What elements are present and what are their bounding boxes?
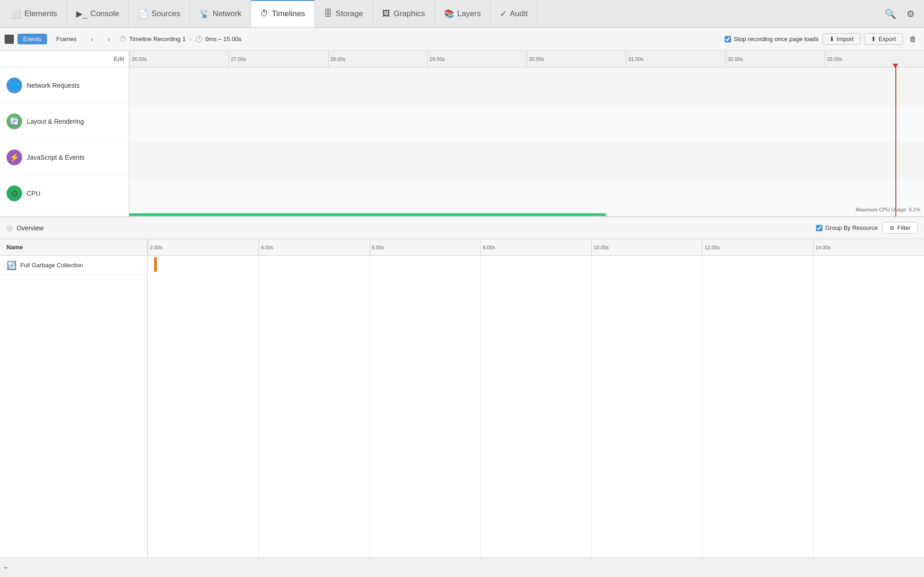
track-cpu[interactable]: ⊙ CPU bbox=[0, 175, 129, 211]
tab-timelines[interactable]: ⏱ Timelines bbox=[251, 0, 315, 27]
import-button[interactable]: ⬇ Import bbox=[822, 33, 861, 45]
overview-content bbox=[148, 256, 924, 558]
ov-grid-4 bbox=[702, 256, 702, 558]
tab-sources[interactable]: 📄 Sources bbox=[129, 0, 190, 27]
edit-button[interactable]: Edit bbox=[0, 51, 129, 67]
recording-label: ⏱ Timeline Recording 1 bbox=[119, 35, 186, 43]
tab-layers-label: Layers bbox=[457, 9, 481, 18]
filter-icon: ⊜ bbox=[889, 224, 894, 231]
ov-grid-2 bbox=[480, 256, 481, 558]
tab-storage-label: Storage bbox=[336, 9, 363, 18]
bottom-bar: › bbox=[0, 558, 924, 577]
network-requests-label: Network Requests bbox=[27, 82, 79, 89]
settings-icon[interactable]: ⚙ bbox=[904, 6, 918, 22]
audit-icon: ✓ bbox=[500, 9, 507, 19]
overview-label-text: Overview bbox=[17, 224, 43, 232]
storage-icon: 🗄 bbox=[324, 9, 332, 18]
timeline-tracks: Maximum CPU Usage: 0.1% bbox=[129, 67, 924, 216]
ov-grid-3 bbox=[591, 256, 592, 558]
full-gc-row[interactable]: 🔃 Full Garbage Collection bbox=[0, 256, 147, 275]
next-recording-button[interactable]: › bbox=[102, 33, 115, 46]
console-icon: ▶_ bbox=[76, 9, 87, 19]
overview-section: ◎ Overview Group By Resource ⊜ Filter Na… bbox=[0, 217, 924, 558]
breadcrumb-separator: › bbox=[189, 36, 192, 43]
frames-tab-button[interactable]: Frames bbox=[51, 34, 82, 44]
tab-network[interactable]: 📡 Network bbox=[190, 0, 251, 27]
ruler-tick-7: 33.00s bbox=[825, 51, 842, 67]
track-js-events[interactable]: ⚡ JavaScript & Events bbox=[0, 139, 129, 175]
ov-tick-1: 4.00s bbox=[258, 239, 273, 255]
time-range-icon: 🕐 bbox=[195, 36, 203, 42]
overview-ruler: 2.00s 4.00s 6.00s 8.00s 10.00s 12.00s 14… bbox=[148, 239, 924, 256]
elements-icon: ⬜ bbox=[11, 9, 21, 19]
group-by-resource-text: Group By Resource bbox=[825, 224, 878, 231]
network-icon: 📡 bbox=[199, 9, 210, 19]
recording-clock-icon: ⏱ bbox=[119, 35, 126, 43]
ov-grid-1 bbox=[370, 256, 370, 558]
ov-grid-5 bbox=[813, 256, 814, 558]
tab-graphics[interactable]: 🖼 Graphics bbox=[373, 0, 435, 27]
prev-recording-button[interactable]: ‹ bbox=[86, 33, 99, 46]
graphics-icon: 🖼 bbox=[382, 9, 390, 18]
stop-recording-checkbox[interactable] bbox=[725, 36, 731, 42]
layout-rendering-icon: 🔄 bbox=[6, 114, 22, 129]
tab-bar-right: 🔍 ⚙ bbox=[882, 6, 922, 22]
stop-recording-button[interactable] bbox=[5, 35, 14, 44]
time-range-value: 0ms – 15.00s bbox=[205, 36, 241, 42]
ruler-tick-4: 30.00s bbox=[527, 51, 544, 67]
console-expand-button[interactable]: › bbox=[2, 566, 10, 569]
track-network-requests[interactable]: 🌐 Network Requests bbox=[0, 67, 129, 103]
filter-button[interactable]: ⊜ Filter bbox=[882, 222, 918, 234]
ruler-tick-2: 28.00s bbox=[328, 51, 346, 67]
overview-icon: ◎ bbox=[6, 223, 13, 232]
import-label: Import bbox=[837, 36, 854, 42]
time-range: 🕐 0ms – 15.00s bbox=[195, 36, 241, 42]
tab-layers[interactable]: 📚 Layers bbox=[435, 0, 491, 27]
tab-network-label: Network bbox=[213, 9, 241, 18]
ruler-tick-1: 27.00s bbox=[228, 51, 246, 67]
name-col-header-text: Name bbox=[6, 244, 23, 251]
search-icon[interactable]: 🔍 bbox=[882, 6, 899, 22]
cpu-icon: ⊙ bbox=[6, 186, 22, 201]
layout-rendering-label: Layout & Rendering bbox=[27, 118, 84, 125]
tab-console[interactable]: ▶_ Console bbox=[67, 0, 129, 27]
cursor-arrow bbox=[893, 64, 898, 68]
group-by-resource-checkbox[interactable] bbox=[816, 225, 822, 231]
recording-name: Timeline Recording 1 bbox=[129, 36, 186, 42]
tab-audit[interactable]: ✓ Audit bbox=[491, 0, 538, 27]
sub-toolbar: Events Frames ‹ › ⏱ Timeline Recording 1… bbox=[0, 28, 924, 51]
events-tab-button[interactable]: Events bbox=[18, 34, 47, 44]
timelines-icon: ⏱ bbox=[260, 9, 269, 18]
filter-label: Filter bbox=[897, 224, 911, 231]
main-layout: Edit 🌐 Network Requests 🔄 Layout & Rende… bbox=[0, 51, 924, 577]
export-button[interactable]: ⬆ Export bbox=[864, 33, 903, 45]
tab-bar: ⬜ Elements ▶_ Console 📄 Sources 📡 Networ… bbox=[0, 0, 924, 28]
delete-recording-button[interactable]: 🗑 bbox=[906, 33, 919, 46]
tab-audit-label: Audit bbox=[510, 9, 528, 18]
overview-table: Name 🔃 Full Garbage Collection 2.00s 4.0… bbox=[0, 239, 924, 558]
sources-icon: 📄 bbox=[138, 9, 148, 19]
overview-label-container: ◎ Overview bbox=[6, 223, 43, 232]
export-icon: ⬆ bbox=[871, 36, 876, 42]
tab-console-label: Console bbox=[90, 9, 119, 18]
cpu-green-bar bbox=[129, 213, 606, 216]
js-events-icon: ⚡ bbox=[6, 150, 22, 165]
network-track-row bbox=[129, 67, 924, 105]
timeline-cursor[interactable] bbox=[895, 67, 896, 216]
ruler-tick-5: 31.00s bbox=[626, 51, 643, 67]
js-events-label: JavaScript & Events bbox=[27, 154, 84, 161]
ruler-tick-0: 26.00s bbox=[129, 51, 147, 67]
import-icon: ⬇ bbox=[829, 36, 834, 42]
ov-tick-6: 14.00s bbox=[813, 239, 831, 255]
stop-recording-checkbox-label[interactable]: Stop recording once page loads bbox=[725, 36, 819, 42]
group-by-resource-label[interactable]: Group By Resource bbox=[816, 224, 878, 231]
ov-tick-2: 6.00s bbox=[370, 239, 384, 255]
tab-storage[interactable]: 🗄 Storage bbox=[315, 0, 373, 27]
tab-timelines-label: Timelines bbox=[272, 9, 305, 18]
track-layout-rendering[interactable]: 🔄 Layout & Rendering bbox=[0, 103, 129, 139]
gc-event-marker bbox=[154, 257, 157, 272]
full-gc-icon: 🔃 bbox=[6, 260, 17, 270]
ov-tick-4: 10.00s bbox=[591, 239, 609, 255]
tab-elements[interactable]: ⬜ Elements bbox=[2, 0, 67, 27]
edit-label: Edit bbox=[114, 55, 124, 62]
